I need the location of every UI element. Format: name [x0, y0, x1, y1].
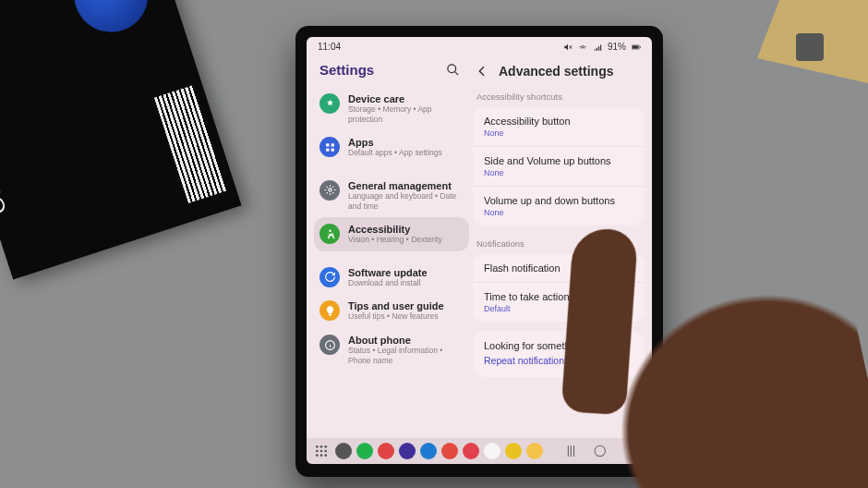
signal-icon	[593, 43, 602, 52]
apps-grid-icon[interactable]	[314, 444, 329, 458]
status-right: 91%	[563, 42, 641, 52]
settings-item-general[interactable]: General managementLanguage and keyboard …	[314, 174, 469, 217]
device-care-icon	[319, 93, 340, 114]
settings-item-title: Device care	[348, 93, 464, 104]
svg-point-17	[324, 450, 327, 453]
settings-item-subtitle: Default apps • App settings	[348, 148, 442, 158]
dock-app-7[interactable]	[484, 443, 500, 459]
section-label: Accessibility shortcuts	[473, 88, 645, 107]
apps-icon	[319, 137, 340, 157]
settings-row[interactable]: Volume up and down buttonsNone	[473, 186, 645, 226]
svg-point-20	[324, 454, 327, 457]
box-brand-text: Galaxy Z Fold6	[0, 61, 12, 218]
app-dock	[335, 443, 543, 459]
dock-app-2[interactable]	[378, 443, 394, 459]
settings-item-title: Apps	[348, 137, 442, 148]
settings-item-subtitle: Download and install	[348, 278, 428, 288]
wooden-clip	[757, 0, 868, 83]
accessibility-icon	[319, 224, 340, 244]
svg-rect-6	[326, 148, 329, 151]
settings-item-title: About phone	[348, 335, 464, 346]
row-value: None	[484, 128, 633, 138]
dock-app-9[interactable]	[526, 443, 543, 459]
settings-item-title: General management	[348, 180, 464, 191]
settings-row[interactable]: Accessibility buttonNone	[473, 107, 645, 146]
dock-app-6[interactable]	[463, 443, 479, 459]
status-bar: 11:04 91%	[307, 37, 652, 55]
dock-app-4[interactable]	[420, 443, 437, 459]
status-time: 11:04	[318, 42, 341, 52]
about-icon	[319, 335, 340, 355]
dock-app-8[interactable]	[505, 443, 522, 459]
svg-point-14	[324, 445, 327, 448]
settings-header: Settings	[314, 58, 469, 87]
svg-rect-2	[640, 45, 641, 47]
general-icon	[319, 180, 340, 201]
svg-rect-5	[331, 143, 333, 146]
svg-point-8	[328, 189, 331, 191]
dock-app-3[interactable]	[399, 443, 416, 459]
svg-rect-4	[326, 143, 329, 146]
svg-point-16	[320, 450, 323, 453]
settings-item-title: Software update	[348, 267, 428, 278]
settings-item-subtitle: Storage • Memory • App protection	[348, 104, 464, 124]
svg-rect-1	[633, 45, 639, 48]
settings-card: Accessibility buttonNoneSide and Volume …	[473, 107, 645, 226]
wifi-icon	[578, 43, 587, 52]
row-title: Volume up and down buttons	[484, 195, 633, 206]
product-box: Galaxy Z Fold6	[0, 0, 242, 280]
settings-item-subtitle: Useful tips • New features	[348, 311, 444, 322]
settings-item-about[interactable]: About phoneStatus • Legal information • …	[314, 328, 469, 372]
tips-icon	[319, 300, 340, 321]
settings-list-pane: Settings Device careStorage • Memory • A…	[307, 55, 469, 443]
update-icon	[319, 267, 340, 287]
settings-item-subtitle: Status • Legal information • Phone name	[348, 346, 464, 365]
svg-point-19	[320, 454, 323, 457]
hand	[549, 238, 868, 488]
settings-item-title: Tips and user guide	[348, 300, 444, 311]
svg-point-13	[320, 445, 323, 448]
settings-item-device-care[interactable]: Device careStorage • Memory • App protec…	[314, 87, 469, 130]
settings-item-subtitle: Language and keyboard • Date and time	[348, 191, 464, 211]
settings-item-tips[interactable]: Tips and user guideUseful tips • New fea…	[314, 294, 469, 328]
status-battery: 91%	[608, 42, 626, 52]
svg-point-3	[448, 65, 456, 73]
mute-icon	[563, 43, 573, 52]
detail-header: Advanced settings	[473, 58, 645, 88]
row-value: None	[484, 168, 633, 177]
recents-button[interactable]: |||	[567, 444, 575, 459]
settings-item-accessibility[interactable]: AccessibilityVision • Hearing • Dexterit…	[314, 217, 469, 251]
battery-icon	[632, 43, 641, 52]
dock-app-0[interactable]	[335, 443, 352, 459]
settings-title: Settings	[319, 62, 374, 78]
svg-point-12	[316, 445, 319, 448]
svg-point-15	[316, 450, 319, 453]
settings-item-title: Accessibility	[348, 224, 442, 235]
box-graphic-circle	[65, 0, 158, 42]
box-barcode	[154, 85, 227, 203]
svg-point-18	[316, 454, 319, 457]
svg-point-9	[329, 229, 331, 231]
dock-app-1[interactable]	[356, 443, 373, 459]
search-icon[interactable]	[446, 63, 460, 77]
row-value: None	[484, 208, 633, 217]
svg-rect-10	[328, 314, 331, 316]
settings-row[interactable]: Side and Volume up buttonsNone	[473, 146, 645, 186]
svg-rect-7	[331, 148, 333, 151]
back-icon[interactable]	[475, 64, 489, 79]
settings-item-update[interactable]: Software updateDownload and install	[314, 261, 469, 295]
detail-title: Advanced settings	[499, 64, 613, 79]
settings-item-apps[interactable]: AppsDefault apps • App settings	[314, 130, 469, 165]
row-title: Side and Volume up buttons	[484, 155, 633, 166]
row-title: Accessibility button	[484, 116, 633, 127]
settings-item-subtitle: Vision • Hearing • Dexterity	[348, 235, 442, 245]
dock-app-5[interactable]	[441, 443, 458, 459]
